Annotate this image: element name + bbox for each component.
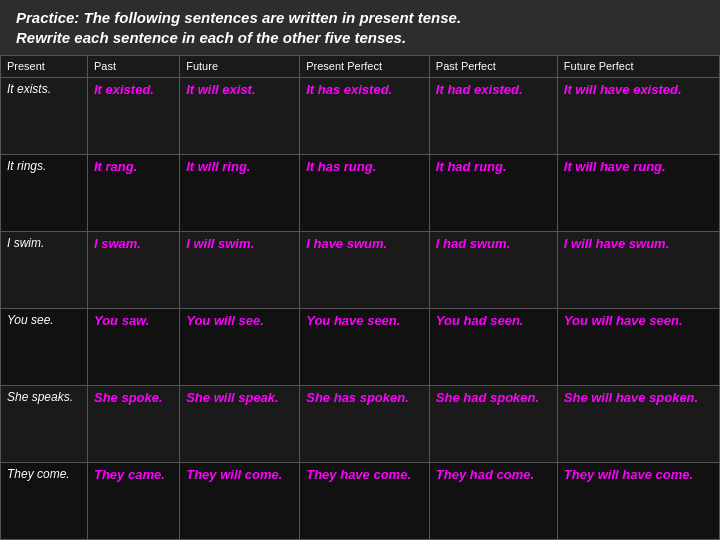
cell-5-past_perfect: They had come. xyxy=(429,462,557,539)
col-future-perfect: Future Perfect xyxy=(557,55,719,77)
cell-0-past_perfect: It had existed. xyxy=(429,77,557,154)
cell-3-future: You will see. xyxy=(180,308,300,385)
cell-1-past_perfect: It had rung. xyxy=(429,154,557,231)
table-row: It rings.It rang.It will ring.It has run… xyxy=(1,154,720,231)
cell-5-past: They came. xyxy=(87,462,179,539)
cell-3-present_perfect: You have seen. xyxy=(300,308,430,385)
header: Practice: The following sentences are wr… xyxy=(0,0,720,55)
cell-1-present: It rings. xyxy=(1,154,88,231)
table-row: You see.You saw.You will see.You have se… xyxy=(1,308,720,385)
cell-3-present: You see. xyxy=(1,308,88,385)
cell-0-future: It will exist. xyxy=(180,77,300,154)
cell-2-past: I swam. xyxy=(87,231,179,308)
cell-4-past_perfect: She had spoken. xyxy=(429,385,557,462)
cell-5-future_perfect: They will have come. xyxy=(557,462,719,539)
table-row: It exists.It existed.It will exist.It ha… xyxy=(1,77,720,154)
cell-0-present: It exists. xyxy=(1,77,88,154)
cell-3-future_perfect: You will have seen. xyxy=(557,308,719,385)
cell-2-present_perfect: I have swum. xyxy=(300,231,430,308)
cell-1-future: It will ring. xyxy=(180,154,300,231)
cell-5-present: They come. xyxy=(1,462,88,539)
cell-1-present_perfect: It has rung. xyxy=(300,154,430,231)
col-future: Future xyxy=(180,55,300,77)
cell-5-present_perfect: They have come. xyxy=(300,462,430,539)
header-line1: Practice: The following sentences are wr… xyxy=(16,9,461,26)
cell-1-past: It rang. xyxy=(87,154,179,231)
table-row: I swim.I swam.I will swim.I have swum.I … xyxy=(1,231,720,308)
col-present-perfect: Present Perfect xyxy=(300,55,430,77)
col-past-perfect: Past Perfect xyxy=(429,55,557,77)
header-line2: Rewrite each sentence in each of the oth… xyxy=(16,29,406,46)
cell-3-past_perfect: You had seen. xyxy=(429,308,557,385)
cell-2-future: I will swim. xyxy=(180,231,300,308)
cell-0-future_perfect: It will have existed. xyxy=(557,77,719,154)
cell-0-present_perfect: It has existed. xyxy=(300,77,430,154)
cell-4-past: She spoke. xyxy=(87,385,179,462)
col-past: Past xyxy=(87,55,179,77)
cell-4-future: She will speak. xyxy=(180,385,300,462)
cell-3-past: You saw. xyxy=(87,308,179,385)
cell-4-future_perfect: She will have spoken. xyxy=(557,385,719,462)
cell-4-present_perfect: She has spoken. xyxy=(300,385,430,462)
table-row: They come.They came.They will come.They … xyxy=(1,462,720,539)
page: Practice: The following sentences are wr… xyxy=(0,0,720,540)
tense-table: Present Past Future Present Perfect Past… xyxy=(0,55,720,541)
cell-0-past: It existed. xyxy=(87,77,179,154)
cell-2-present: I swim. xyxy=(1,231,88,308)
cell-1-future_perfect: It will have rung. xyxy=(557,154,719,231)
col-present: Present xyxy=(1,55,88,77)
cell-5-future: They will come. xyxy=(180,462,300,539)
cell-2-future_perfect: I will have swum. xyxy=(557,231,719,308)
table-container: Present Past Future Present Perfect Past… xyxy=(0,55,720,541)
cell-4-present: She speaks. xyxy=(1,385,88,462)
cell-2-past_perfect: I had swum. xyxy=(429,231,557,308)
table-row: She speaks.She spoke.She will speak.She … xyxy=(1,385,720,462)
